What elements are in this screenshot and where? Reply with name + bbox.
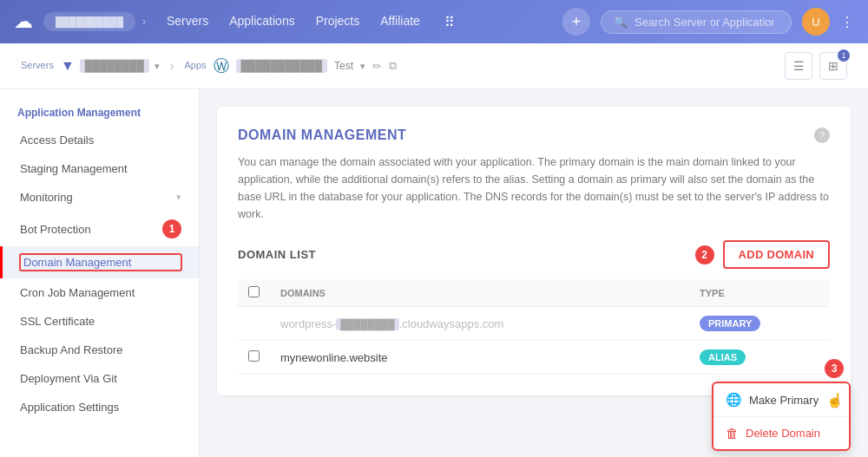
primary-domain-name: wordpress-████████.cloudwaysapps.com [270,307,689,341]
th-checkbox [238,279,270,307]
grid-view-button[interactable]: ⊞ 1 [819,52,847,80]
grid-icon[interactable]: ⠿ [444,14,455,30]
context-menu: 🌐 Make Primary ☝ 🗑 Delete Domain [712,382,851,451]
sidebar-item-staging-management[interactable]: Staging Management [0,154,199,183]
nav-link-affiliate[interactable]: Affiliate [380,14,420,30]
servers-value: ▼ ████████ ▾ [61,58,160,74]
server-dropdown-icon[interactable]: ▾ [155,61,160,72]
app-tag: Test [334,60,353,72]
nav-plus-button[interactable]: + [562,8,590,36]
breadcrumb-arrow: › [170,59,174,73]
list-view-button[interactable]: ☰ [785,52,812,80]
servers-label: Servers [21,60,54,70]
alias-domain-name: mynewonline.website [270,341,689,375]
app-count-badge: 1 [838,49,850,62]
sidebar-item-app-settings[interactable]: Application Settings [0,393,199,421]
user-avatar[interactable]: U [802,8,830,36]
cursor-icon: ☝ [826,392,844,408]
search-icon: 🔍 [614,16,628,29]
primary-domain-type: PRIMARY [689,307,830,341]
delete-domain-menu-item[interactable]: 🗑 Delete Domain [713,416,849,449]
main-layout: Application Management Access Details St… [0,89,868,457]
globe-icon: 🌐 [726,392,742,408]
add-domain-button[interactable]: ADD DOMAIN [723,240,831,269]
domain-list-header: DOMAIN LIST 2 ADD DOMAIN [238,240,830,269]
sidebar-label-backup: Backup And Restore [20,343,181,356]
help-icon[interactable]: ? [814,127,830,143]
sidebar-label-app-settings: Application Settings [20,401,181,414]
primary-row-checkbox-cell [238,307,270,341]
sidebar-item-bot-protection[interactable]: Bot Protection 1 [0,212,199,246]
breadcrumb-bar: Servers ▼ ████████ ▾ › Apps Ⓦ ██████████… [0,43,868,89]
delete-domain-label: Delete Domain [746,427,820,440]
breadcrumb-actions: ☰ ⊞ 1 [785,52,847,80]
card-description: You can manage the domain associated wit… [238,153,830,223]
nav-more-icon[interactable]: ⋮ [840,14,854,30]
sidebar: Application Management Access Details St… [0,89,200,457]
top-nav: ☁ ██████████ › Servers Applications Proj… [0,0,868,43]
sidebar-label-bot-protection: Bot Protection [20,223,162,236]
server-icon: ▼ [61,58,75,74]
domain-row-primary: wordpress-████████.cloudwaysapps.com PRI… [238,307,830,341]
app-name[interactable]: ███████████ [236,59,328,73]
apps-label: Apps [184,60,206,70]
nav-link-servers[interactable]: Servers [167,14,208,30]
domain-management-card: DOMAIN MANAGEMENT ? You can manage the d… [217,107,851,395]
apps-value: Ⓦ ███████████ Test ▾ ✏ ⧉ [214,55,398,76]
bot-protection-badge: 1 [162,219,181,238]
sidebar-label-access-details: Access Details [20,134,181,147]
nav-link-projects[interactable]: Projects [316,14,360,30]
select-all-checkbox[interactable] [248,286,260,297]
sidebar-label-monitoring: Monitoring [20,191,176,204]
nav-link-applications[interactable]: Applications [229,14,295,30]
sidebar-label-git: Deployment Via Git [20,372,181,385]
apps-breadcrumb: Apps Ⓦ ███████████ Test ▾ ✏ ⧉ [184,55,397,76]
nav-server-pill[interactable]: ██████████ [43,12,135,31]
add-domain-annotation: 2 [695,245,714,264]
card-title: DOMAIN MANAGEMENT [238,127,406,143]
alias-checkbox[interactable] [248,350,260,362]
sidebar-item-monitoring[interactable]: Monitoring ▾ [0,183,199,212]
sidebar-item-backup-restore[interactable]: Backup And Restore [0,336,199,364]
primary-badge: PRIMARY [700,316,760,331]
wordpress-icon: Ⓦ [214,55,229,76]
th-type: TYPE [689,279,830,307]
domain-list-title: DOMAIN LIST [238,248,316,261]
delete-icon: 🗑 [726,426,739,441]
nav-breadcrumb: ██████████ › [43,12,146,31]
edit-app-button[interactable]: ✏ [372,60,382,73]
sidebar-item-access-details[interactable]: Access Details [0,126,199,154]
sidebar-item-deployment-git[interactable]: Deployment Via Git [0,364,199,393]
nav-links: Servers Applications Projects Affiliate … [167,14,455,30]
context-menu-annotation: 3 [825,359,844,378]
sidebar-item-ssl-certificate[interactable]: SSL Certificate [0,307,199,336]
sidebar-item-domain-management[interactable]: Domain Management [0,246,199,278]
nav-breadcrumb-chevron: › [142,16,146,28]
sidebar-item-cron-job[interactable]: Cron Job Management [0,278,199,307]
sidebar-label-cron-job: Cron Job Management [20,286,181,299]
nav-search-box: 🔍 [601,10,792,34]
nav-logo: ☁ ██████████ › [14,10,160,33]
sidebar-label-domain-management: Domain Management [20,254,181,271]
sidebar-section-title: Application Management [0,103,199,126]
search-input[interactable] [635,16,773,29]
alias-row-checkbox-cell [238,341,270,375]
server-name[interactable]: ████████ [80,59,149,73]
make-primary-menu-item[interactable]: 🌐 Make Primary ☝ [713,383,849,416]
servers-breadcrumb: Servers ▼ ████████ ▾ [21,58,160,74]
app-dropdown-icon[interactable]: ▾ [360,61,365,72]
external-link-button[interactable]: ⧉ [389,59,397,73]
sidebar-label-ssl: SSL Certificate [20,315,181,328]
content-area: DOMAIN MANAGEMENT ? You can manage the d… [200,89,868,457]
monitoring-chevron-icon: ▾ [176,192,181,203]
cloud-logo-icon[interactable]: ☁ [14,10,33,33]
sidebar-label-staging: Staging Management [20,162,181,175]
make-primary-label: Make Primary [749,394,819,407]
nav-right: + 🔍 U ⋮ [562,8,854,36]
th-domains: DOMAINS [270,279,689,307]
